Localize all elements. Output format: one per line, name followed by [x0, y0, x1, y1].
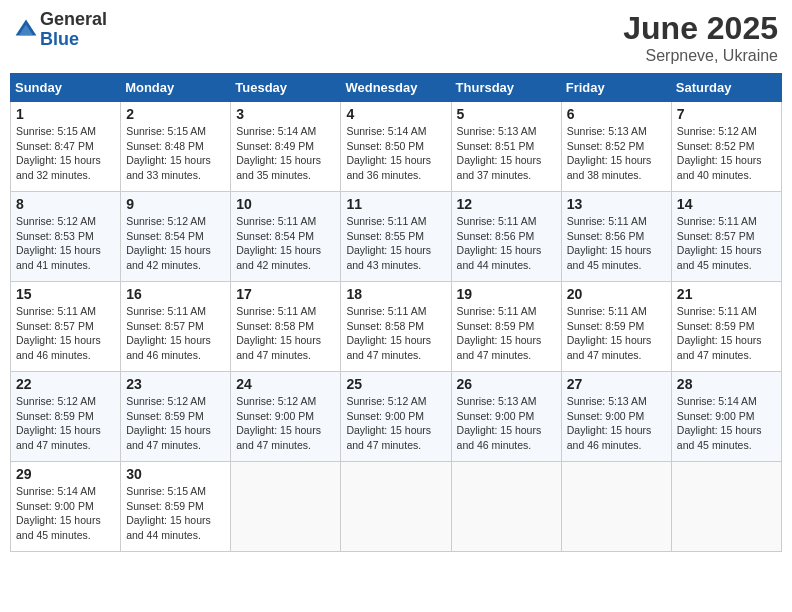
- header-monday: Monday: [121, 74, 231, 102]
- logo-icon: [14, 18, 38, 42]
- empty-cell-4: [561, 462, 671, 552]
- day-26: 26 Sunrise: 5:13 AMSunset: 9:00 PMDaylig…: [451, 372, 561, 462]
- day-6: 6 Sunrise: 5:13 AMSunset: 8:52 PMDayligh…: [561, 102, 671, 192]
- week-row-2: 8 Sunrise: 5:12 AMSunset: 8:53 PMDayligh…: [11, 192, 782, 282]
- day-14: 14 Sunrise: 5:11 AMSunset: 8:57 PMDaylig…: [671, 192, 781, 282]
- day-16: 16 Sunrise: 5:11 AMSunset: 8:57 PMDaylig…: [121, 282, 231, 372]
- day-13: 13 Sunrise: 5:11 AMSunset: 8:56 PMDaylig…: [561, 192, 671, 282]
- day-27: 27 Sunrise: 5:13 AMSunset: 9:00 PMDaylig…: [561, 372, 671, 462]
- week-row-5: 29 Sunrise: 5:14 AMSunset: 9:00 PMDaylig…: [11, 462, 782, 552]
- header-wednesday: Wednesday: [341, 74, 451, 102]
- day-29: 29 Sunrise: 5:14 AMSunset: 9:00 PMDaylig…: [11, 462, 121, 552]
- day-9: 9 Sunrise: 5:12 AMSunset: 8:54 PMDayligh…: [121, 192, 231, 282]
- empty-cell-5: [671, 462, 781, 552]
- day-11: 11 Sunrise: 5:11 AMSunset: 8:55 PMDaylig…: [341, 192, 451, 282]
- logo-general: General: [40, 10, 107, 30]
- month-title: June 2025: [623, 10, 778, 47]
- day-30: 30 Sunrise: 5:15 AMSunset: 8:59 PMDaylig…: [121, 462, 231, 552]
- day-19: 19 Sunrise: 5:11 AMSunset: 8:59 PMDaylig…: [451, 282, 561, 372]
- logo-blue: Blue: [40, 30, 107, 50]
- weekday-header-row: Sunday Monday Tuesday Wednesday Thursday…: [11, 74, 782, 102]
- day-18: 18 Sunrise: 5:11 AMSunset: 8:58 PMDaylig…: [341, 282, 451, 372]
- header-friday: Friday: [561, 74, 671, 102]
- title-area: June 2025 Serpneve, Ukraine: [623, 10, 778, 65]
- day-1: 1 Sunrise: 5:15 AMSunset: 8:47 PMDayligh…: [11, 102, 121, 192]
- day-3: 3 Sunrise: 5:14 AMSunset: 8:49 PMDayligh…: [231, 102, 341, 192]
- calendar: Sunday Monday Tuesday Wednesday Thursday…: [10, 73, 782, 552]
- empty-cell-2: [341, 462, 451, 552]
- day-8: 8 Sunrise: 5:12 AMSunset: 8:53 PMDayligh…: [11, 192, 121, 282]
- day-23: 23 Sunrise: 5:12 AMSunset: 8:59 PMDaylig…: [121, 372, 231, 462]
- empty-cell-1: [231, 462, 341, 552]
- day-7: 7 Sunrise: 5:12 AMSunset: 8:52 PMDayligh…: [671, 102, 781, 192]
- header-sunday: Sunday: [11, 74, 121, 102]
- week-row-1: 1 Sunrise: 5:15 AMSunset: 8:47 PMDayligh…: [11, 102, 782, 192]
- empty-cell-3: [451, 462, 561, 552]
- day-2: 2 Sunrise: 5:15 AMSunset: 8:48 PMDayligh…: [121, 102, 231, 192]
- header: General Blue June 2025 Serpneve, Ukraine: [10, 10, 782, 65]
- header-thursday: Thursday: [451, 74, 561, 102]
- day-20: 20 Sunrise: 5:11 AMSunset: 8:59 PMDaylig…: [561, 282, 671, 372]
- day-12: 12 Sunrise: 5:11 AMSunset: 8:56 PMDaylig…: [451, 192, 561, 282]
- day-24: 24 Sunrise: 5:12 AMSunset: 9:00 PMDaylig…: [231, 372, 341, 462]
- logo-text: General Blue: [40, 10, 107, 50]
- day-25: 25 Sunrise: 5:12 AMSunset: 9:00 PMDaylig…: [341, 372, 451, 462]
- location-title: Serpneve, Ukraine: [623, 47, 778, 65]
- day-15: 15 Sunrise: 5:11 AMSunset: 8:57 PMDaylig…: [11, 282, 121, 372]
- day-21: 21 Sunrise: 5:11 AMSunset: 8:59 PMDaylig…: [671, 282, 781, 372]
- day-4: 4 Sunrise: 5:14 AMSunset: 8:50 PMDayligh…: [341, 102, 451, 192]
- week-row-3: 15 Sunrise: 5:11 AMSunset: 8:57 PMDaylig…: [11, 282, 782, 372]
- day-10: 10 Sunrise: 5:11 AMSunset: 8:54 PMDaylig…: [231, 192, 341, 282]
- day-22: 22 Sunrise: 5:12 AMSunset: 8:59 PMDaylig…: [11, 372, 121, 462]
- header-tuesday: Tuesday: [231, 74, 341, 102]
- day-17: 17 Sunrise: 5:11 AMSunset: 8:58 PMDaylig…: [231, 282, 341, 372]
- header-saturday: Saturday: [671, 74, 781, 102]
- day-28: 28 Sunrise: 5:14 AMSunset: 9:00 PMDaylig…: [671, 372, 781, 462]
- week-row-4: 22 Sunrise: 5:12 AMSunset: 8:59 PMDaylig…: [11, 372, 782, 462]
- day-5: 5 Sunrise: 5:13 AMSunset: 8:51 PMDayligh…: [451, 102, 561, 192]
- logo: General Blue: [14, 10, 107, 50]
